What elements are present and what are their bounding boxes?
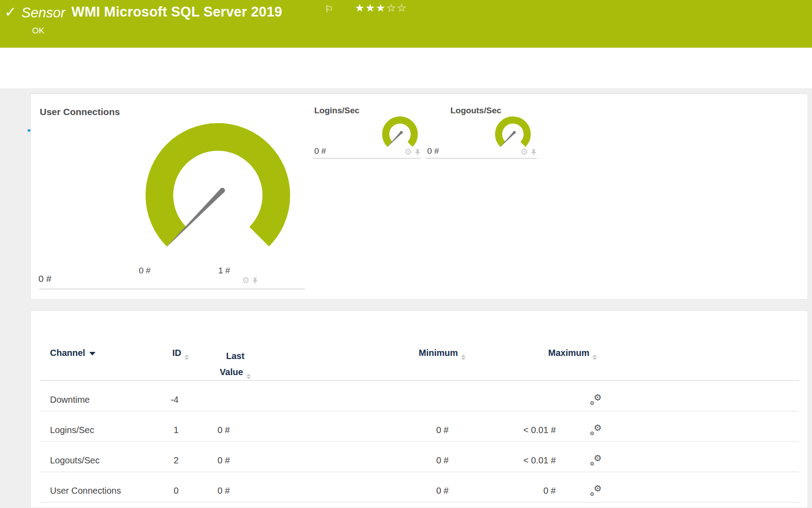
primary-gauge-tools: ⚙	[242, 276, 258, 285]
logins-gauge-title: Logins/Sec	[314, 106, 359, 116]
primary-gauge-title: User Connections	[40, 107, 120, 117]
sensor-status-text: OK	[32, 26, 44, 36]
pin-icon[interactable]	[252, 277, 258, 284]
channel-name-cell[interactable]: Downtime	[40, 395, 156, 405]
table-header-separator	[40, 380, 799, 381]
minimum-cell: 0 #	[230, 486, 449, 496]
sensor-title: WMI Microsoft SQL Server 2019	[71, 4, 282, 20]
column-header-label: Maximum	[548, 348, 589, 358]
sorted-desc-icon	[89, 352, 96, 355]
channel-settings-gear-icon[interactable]: ⚙	[521, 148, 528, 156]
gauges-panel: User Connections 0 # 0 # 1 # ⚙ Logins/Se…	[30, 94, 808, 300]
table-row: Logins/Sec 1 0 # 0 # < 0.01 # ⚙⚙	[40, 419, 799, 442]
primary-gauge-max-label: 1 #	[218, 266, 230, 276]
column-header-label: Last	[226, 351, 244, 361]
table-row: User Connections 0 0 # 0 # 0 # ⚙⚙	[40, 479, 799, 503]
minimum-cell: 0 #	[230, 425, 449, 435]
sort-arrows-icon	[592, 355, 597, 360]
column-header-last-value[interactable]: Last Value	[217, 348, 253, 380]
sort-arrows-icon	[461, 355, 466, 360]
column-header-minimum[interactable]: Minimum	[419, 348, 466, 359]
primary-gauge-min-label: 0 #	[139, 266, 150, 276]
last-value-cell: 0 #	[179, 425, 230, 435]
maximum-cell: 0 #	[449, 486, 556, 496]
id-cell: 2	[156, 455, 179, 466]
row-settings-gears-icon[interactable]: ⚙⚙	[590, 394, 602, 405]
priority-stars[interactable]: ★★★☆☆	[355, 2, 408, 14]
id-cell: 0	[156, 486, 179, 496]
row-settings-gears-icon[interactable]: ⚙⚙	[590, 425, 602, 436]
logins-gauge-underline	[313, 158, 421, 159]
stars-filled-icon[interactable]: ★★★	[355, 2, 387, 14]
logins-gauge-tools: ⚙	[404, 148, 421, 156]
column-header-channel[interactable]: Channel	[50, 348, 96, 358]
last-value-cell: 0 #	[179, 455, 230, 466]
column-header-maximum[interactable]: Maximum	[548, 348, 597, 359]
sort-arrows-icon	[184, 355, 189, 360]
object-type-label: Sensor	[21, 5, 65, 21]
table-row: Downtime -4 ⚙⚙	[40, 388, 799, 412]
primary-gauge-value: 0 #	[38, 273, 51, 284]
id-cell: -4	[156, 395, 179, 405]
maximum-cell: < 0.01 #	[449, 425, 556, 435]
sort-arrows-icon	[246, 374, 251, 379]
logouts-gauge-value: 0 #	[427, 146, 439, 156]
column-header-label: Minimum	[419, 348, 458, 358]
column-header-id[interactable]: ID	[172, 348, 189, 359]
tab-bar: Overview Live Data 2 days 30 days 365 da…	[0, 48, 812, 88]
channel-name-cell[interactable]: User Connections	[40, 486, 156, 496]
minimum-cell: 0 #	[230, 455, 449, 466]
row-settings-gears-icon[interactable]: ⚙⚙	[590, 455, 602, 466]
column-header-label: Value	[220, 367, 243, 377]
channel-settings-gear-icon[interactable]: ⚙	[404, 148, 412, 156]
logouts-gauge-tools: ⚙	[521, 148, 537, 156]
row-settings-gears-icon[interactable]: ⚙⚙	[590, 485, 602, 496]
column-header-label: ID	[172, 348, 181, 358]
pin-icon[interactable]	[530, 149, 537, 156]
channel-settings-gear-icon[interactable]: ⚙	[242, 276, 250, 285]
id-cell: 1	[156, 425, 179, 435]
last-value-cell: 0 #	[179, 486, 230, 496]
prtg-sensor-page: { "header": { "check_glyph": "✓", "type_…	[0, 0, 812, 508]
channel-name-cell[interactable]: Logins/Sec	[40, 425, 156, 435]
logins-gauge-value: 0 #	[314, 146, 326, 156]
primary-gauge-underline	[39, 289, 305, 289]
pin-icon[interactable]	[414, 149, 421, 156]
status-ok-icon: ✓	[4, 4, 17, 21]
table-row: Logouts/Sec 2 0 # 0 # < 0.01 # ⚙⚙	[40, 449, 799, 472]
logouts-gauge-underline	[426, 158, 537, 159]
sensor-header: ✓ Sensor WMI Microsoft SQL Server 2019 ⚐…	[0, 0, 812, 48]
stars-empty-icon[interactable]: ☆☆	[387, 2, 408, 14]
channel-name-cell[interactable]: Logouts/Sec	[40, 455, 156, 466]
maximum-cell: < 0.01 #	[449, 455, 556, 466]
column-header-label: Channel	[50, 348, 85, 358]
priority-flag-icon[interactable]: ⚐	[325, 4, 333, 15]
user-connections-gauge	[134, 114, 304, 261]
